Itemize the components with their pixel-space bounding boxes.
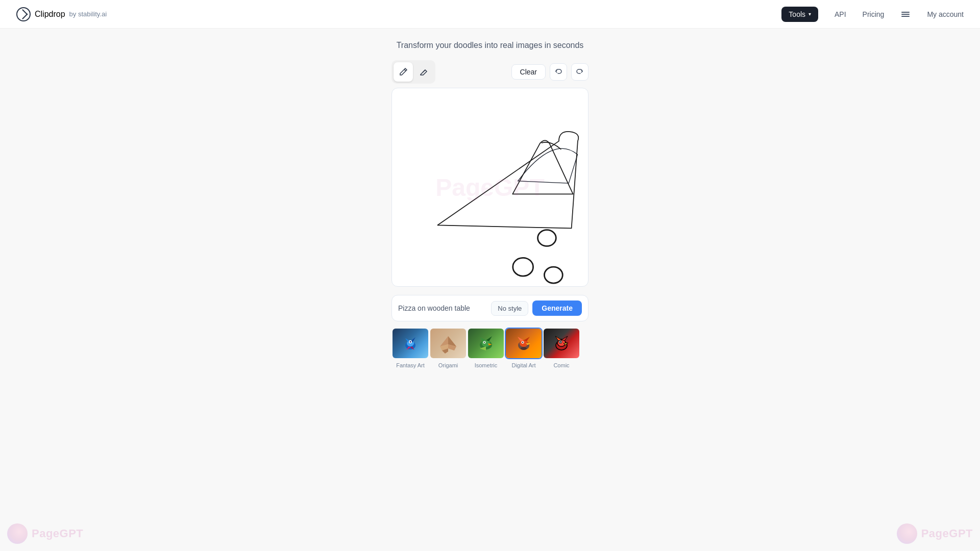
eraser-tool-button[interactable]: [414, 62, 433, 82]
logo: Clipdrop by stability.ai: [16, 7, 107, 21]
svg-point-19: [484, 342, 485, 343]
origami-bird-icon: [437, 332, 459, 355]
brand-name: Clipdrop: [35, 10, 65, 19]
style-label-fantasy-art: Fantasy Art: [396, 362, 425, 368]
generate-button[interactable]: Generate: [532, 300, 582, 316]
digital-bird-icon: [512, 332, 535, 355]
prompt-input[interactable]: Pizza on wooden table: [398, 304, 486, 312]
clipdrop-logo-icon: [16, 7, 31, 21]
prompt-bar: Pizza on wooden table No style Generate: [391, 295, 589, 321]
svg-rect-2: [901, 16, 910, 17]
style-label-isometric: Isometric: [475, 362, 498, 368]
tool-selector: [391, 60, 435, 84]
redo-button[interactable]: [571, 63, 589, 81]
header: Clipdrop by stability.ai Tools ▾ API Pri…: [0, 0, 980, 29]
svg-point-10: [410, 341, 411, 343]
clear-button[interactable]: Clear: [511, 64, 546, 80]
tools-button[interactable]: Tools ▾: [781, 7, 818, 22]
main-content: Transform your doodles into real images …: [0, 0, 980, 368]
api-link[interactable]: API: [835, 8, 846, 20]
comic-bird-icon: [550, 332, 573, 355]
pricing-link[interactable]: Pricing: [863, 8, 885, 20]
style-label-origami: Origami: [438, 362, 458, 368]
svg-point-3: [538, 230, 556, 246]
watermark-bottom-right: PageGPT: [897, 523, 973, 544]
drawing-toolbar: Clear: [391, 60, 589, 84]
undo-icon: [554, 68, 562, 76]
redo-icon: [576, 68, 584, 76]
style-thumb-fantasy-art: [391, 328, 429, 359]
canvas-drawing: [392, 88, 588, 286]
isometric-bird-icon: [475, 332, 497, 355]
style-item-origami[interactable]: Origami: [429, 328, 467, 368]
fantasy-bird-icon: [399, 332, 422, 355]
style-thumb-digital-art: [505, 328, 543, 359]
style-thumb-comic: [543, 328, 580, 359]
svg-point-24: [521, 347, 527, 350]
tools-label: Tools: [789, 10, 805, 18]
svg-point-5: [544, 267, 562, 283]
svg-point-23: [522, 342, 523, 343]
eraser-icon: [419, 67, 428, 77]
svg-point-28: [560, 341, 561, 343]
style-item-fantasy-art[interactable]: Fantasy Art: [391, 328, 429, 368]
style-item-digital-art[interactable]: Digital Art: [505, 328, 543, 368]
my-account-link[interactable]: My account: [927, 8, 964, 20]
style-gallery: Fantasy Art Origami: [391, 328, 589, 368]
style-item-comic[interactable]: Comic: [543, 328, 580, 368]
style-label-comic: Comic: [553, 362, 569, 368]
brand-by: by stability.ai: [69, 10, 107, 18]
style-thumb-origami: [429, 328, 467, 359]
toolbar-actions: Clear: [511, 63, 589, 81]
style-label-digital-art: Digital Art: [511, 362, 535, 368]
watermark-bottom-left: PageGPT: [7, 523, 83, 544]
style-thumb-isometric: [467, 328, 505, 359]
svg-point-4: [513, 258, 533, 276]
prompt-actions: No style Generate: [491, 300, 582, 316]
tools-chevron-icon: ▾: [808, 11, 811, 17]
no-style-button[interactable]: No style: [491, 301, 528, 316]
svg-rect-0: [901, 12, 910, 13]
svg-rect-1: [901, 14, 910, 15]
style-item-isometric[interactable]: Isometric: [467, 328, 505, 368]
subtitle: Transform your doodles into real images …: [397, 41, 584, 50]
menu-icon: [900, 9, 911, 19]
pen-icon: [399, 67, 408, 77]
drawing-canvas[interactable]: PageGPT: [391, 88, 589, 287]
nav-icon-button[interactable]: [900, 9, 911, 19]
undo-button[interactable]: [550, 63, 567, 81]
pen-tool-button[interactable]: [394, 62, 413, 82]
